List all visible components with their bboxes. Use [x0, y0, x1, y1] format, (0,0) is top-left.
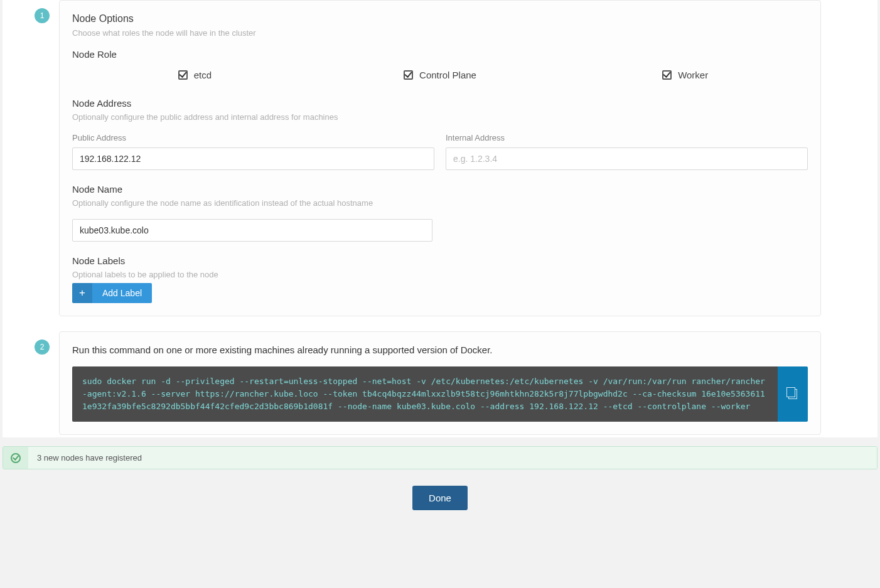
- role-worker[interactable]: Worker: [562, 70, 808, 80]
- role-etcd[interactable]: etcd: [72, 70, 318, 80]
- public-address-label: Public Address: [72, 133, 434, 142]
- done-button[interactable]: Done: [412, 486, 468, 510]
- node-name-input[interactable]: [72, 219, 432, 242]
- node-role-label: Node Role: [72, 49, 808, 60]
- step-1-badge: 1: [35, 8, 50, 23]
- node-options-title: Node Options: [72, 13, 808, 24]
- clipboard-icon: [788, 389, 797, 399]
- internal-address-label: Internal Address: [446, 133, 808, 142]
- node-roles-row: etcd Control Plane Worker: [72, 70, 808, 80]
- add-label-button-text: Add Label: [92, 288, 152, 298]
- role-worker-label: Worker: [678, 70, 708, 80]
- node-name-subtitle: Optionally configure the node name as id…: [72, 198, 808, 208]
- copy-button[interactable]: [778, 366, 808, 422]
- checkbox-icon[interactable]: [404, 70, 413, 80]
- run-command-instruction: Run this command on one or more existing…: [72, 345, 808, 355]
- checkbox-icon[interactable]: [178, 70, 188, 80]
- node-options-subtitle: Choose what roles the node will have in …: [72, 28, 808, 38]
- checkbox-icon[interactable]: [662, 70, 672, 80]
- role-control-plane[interactable]: Control Plane: [318, 70, 563, 80]
- notification-text: 3 new nodes have registered: [28, 447, 877, 469]
- node-address-subtitle: Optionally configure the public address …: [72, 112, 808, 122]
- node-labels-title: Node Labels: [72, 255, 808, 266]
- node-name-title: Node Name: [72, 184, 808, 195]
- internal-address-input[interactable]: [446, 147, 808, 170]
- add-label-button[interactable]: + Add Label: [72, 283, 152, 303]
- command-box[interactable]: sudo docker run -d --privileged --restar…: [72, 366, 778, 422]
- node-labels-subtitle: Optional labels to be applied to the nod…: [72, 270, 808, 279]
- role-etcd-label: etcd: [194, 70, 212, 80]
- step-2-badge: 2: [35, 339, 50, 355]
- role-control-plane-label: Control Plane: [419, 70, 476, 80]
- node-address-title: Node Address: [72, 98, 808, 109]
- plus-icon: +: [72, 283, 92, 303]
- success-icon-wrap: [3, 447, 28, 469]
- notification-bar: 3 new nodes have registered: [3, 446, 877, 469]
- check-circle-icon: [11, 453, 21, 463]
- public-address-input[interactable]: [72, 147, 434, 170]
